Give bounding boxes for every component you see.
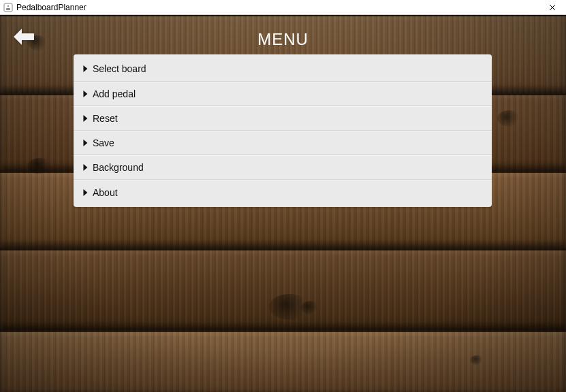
menu-item-label: Reset [93,113,118,124]
menu-item-label: Select board [93,63,146,74]
menu-title: MENU [0,30,566,49]
menu-item-label: About [93,187,118,198]
svg-rect-2 [6,8,10,10]
chevron-right-icon [81,163,89,172]
app-icon [3,2,14,13]
window-title: PedalboardPlanner [16,3,87,12]
menu-item-reset[interactable]: Reset [74,106,492,131]
window-titlebar: PedalboardPlanner [0,0,566,15]
chevron-right-icon [81,90,89,98]
menu-item-about[interactable]: About [74,180,492,207]
window-close-button[interactable] [541,0,563,15]
chevron-right-icon [81,139,89,147]
menu-item-label: Background [93,162,144,173]
menu-item-save[interactable]: Save [74,131,492,155]
menu-item-label: Add pedal [93,88,136,99]
svg-rect-0 [4,3,12,12]
menu-item-select-board[interactable]: Select board [74,54,492,82]
menu-item-add-pedal[interactable]: Add pedal [74,82,492,106]
menu-item-label: Save [93,137,114,148]
chevron-right-icon [81,114,89,122]
svg-point-1 [7,5,9,6]
menu-panel: Select boardAdd pedalResetSaveBackground… [74,54,492,210]
app-client: MENU Select boardAdd pedalResetSaveBackg… [0,15,566,392]
chevron-right-icon [81,65,89,73]
menu-item-background[interactable]: Background [74,155,492,180]
chevron-right-icon [81,189,89,197]
